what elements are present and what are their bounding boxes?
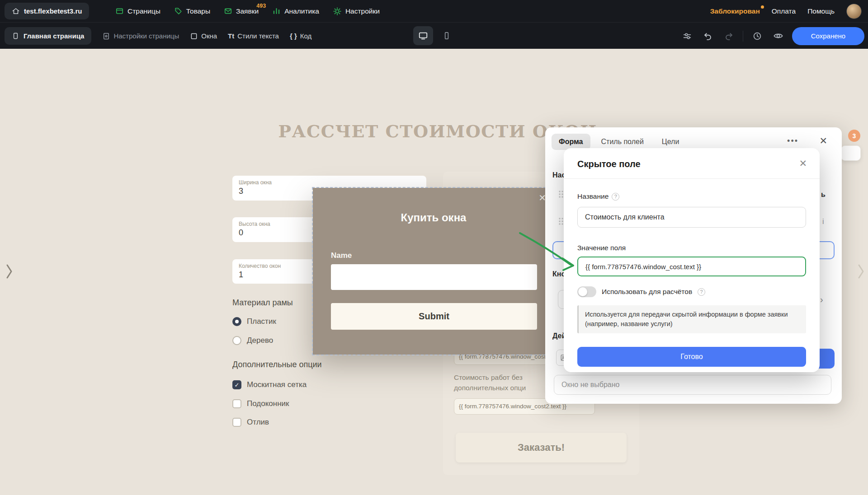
code-icon: { }	[290, 32, 297, 40]
dialog-title: Скрытое поле	[577, 159, 641, 169]
redo-icon	[724, 31, 734, 41]
panel-more-icon[interactable]: •••	[787, 136, 798, 146]
radio-on-icon	[232, 317, 241, 326]
help-icon[interactable]: ?	[612, 193, 619, 201]
blocked-status-link[interactable]: Заблокирован	[710, 7, 760, 15]
panel-close-icon[interactable]: ✕	[819, 135, 827, 146]
floating-widget-fragment	[841, 145, 861, 161]
blocked-label: Заблокирован	[710, 7, 760, 15]
home-icon	[12, 7, 20, 15]
notification-badge[interactable]: 3	[848, 130, 860, 142]
tab-form[interactable]: Форма	[552, 134, 590, 150]
payment-link[interactable]: Оплата	[772, 7, 796, 15]
panel-label-fragment-right-1: ь	[821, 191, 826, 199]
redo-button[interactable]	[722, 29, 736, 43]
popup-title: Купить окна	[313, 211, 554, 224]
nav-products-label: Товары	[186, 7, 210, 15]
chevron-right-icon[interactable]: ›	[820, 294, 823, 305]
toolbar-right: Сохранено	[680, 23, 864, 49]
nav-pages-label: Страницы	[127, 7, 160, 15]
settings-gear-icon	[333, 7, 342, 16]
code-button[interactable]: { } Код	[290, 32, 311, 40]
preview-button[interactable]	[771, 29, 785, 43]
radio-off-icon	[232, 336, 241, 345]
popup-name-label: Name	[331, 251, 352, 260]
current-page-button[interactable]: Главная страница	[5, 27, 91, 45]
device-switcher	[413, 26, 451, 45]
name-label-row: Название ?	[577, 192, 619, 201]
nav-analytics-label: Аналитика	[284, 7, 319, 15]
site-domain-button[interactable]: test.flexbetest3.ru	[5, 3, 89, 19]
nav-analytics[interactable]: Аналитика	[272, 7, 319, 15]
nav-settings[interactable]: Настройки	[333, 7, 380, 16]
radio-wood[interactable]: Дерево	[232, 334, 273, 347]
nav-pages[interactable]: Страницы	[115, 7, 160, 15]
radio-plastic-label: Пластик	[247, 317, 276, 326]
topbar: test.flexbetest3.ru Страницы Товары Заяв…	[0, 0, 868, 22]
help-icon[interactable]: ?	[698, 288, 705, 296]
desktop-view-button[interactable]	[413, 26, 433, 45]
hidden-field-dialog: Скрытое поле ✕ Название ? Значение поля …	[564, 148, 820, 372]
dialog-close-icon[interactable]: ✕	[799, 158, 807, 169]
nav-leads[interactable]: Заявки 493	[224, 7, 259, 15]
buy-popup[interactable]: ✕ Купить окна Name Submit	[313, 188, 554, 355]
checkbox-mosquito-net[interactable]: ✓ Москитная сетка	[232, 378, 307, 391]
toggle-knob	[578, 287, 587, 296]
material-section-label: Материал рамы	[232, 298, 293, 308]
extras-section-label: Дополнительные опции	[232, 360, 322, 369]
panel-label-fragment-right-2: i	[822, 218, 824, 226]
toolbar-left: Главная страница Настройки страницы Окна…	[5, 23, 311, 49]
windows-button[interactable]: Окна	[190, 32, 217, 40]
width-field-label: Ширина окна	[239, 179, 420, 186]
text-styles-label: Стили текста	[237, 32, 279, 40]
help-link[interactable]: Помощь	[807, 7, 835, 15]
hidden-field-name-input[interactable]	[577, 207, 806, 228]
page-settings-button[interactable]: Настройки страницы	[102, 32, 179, 40]
tab-field-styles[interactable]: Стиль полей	[594, 134, 651, 150]
desktop-icon	[418, 31, 428, 41]
eye-icon	[773, 31, 783, 41]
next-edge-chevron-icon[interactable]	[855, 263, 866, 280]
layout-settings-button[interactable]	[680, 29, 694, 43]
checkbox-checked-icon: ✓	[232, 380, 241, 389]
history-button[interactable]	[750, 29, 764, 43]
sliders-icon	[682, 31, 692, 41]
drag-handle-icon[interactable]	[558, 190, 564, 199]
saved-button[interactable]: Сохранено	[792, 27, 864, 45]
dialog-header: Скрытое поле ✕	[564, 148, 820, 179]
order-button[interactable]: Заказать!	[456, 433, 627, 462]
popup-submit-button[interactable]: Submit	[331, 303, 537, 330]
radio-plastic[interactable]: Пластик	[232, 315, 276, 328]
calc-toggle[interactable]	[577, 286, 596, 297]
pages-icon	[115, 7, 124, 15]
text-styles-button[interactable]: Tt Стили текста	[228, 32, 279, 40]
name-label: Название	[577, 192, 609, 201]
drag-handle-icon[interactable]	[558, 217, 564, 226]
nav-products[interactable]: Товары	[174, 7, 210, 15]
tab-goals[interactable]: Цели	[655, 134, 686, 150]
leads-icon	[224, 7, 232, 15]
prev-edge-chevron-icon[interactable]	[4, 263, 14, 280]
blocked-dot-icon	[761, 5, 764, 9]
page-settings-label: Настройки страницы	[113, 32, 179, 40]
hidden-field-value-input[interactable]	[577, 257, 806, 276]
products-icon	[174, 7, 183, 15]
checkbox-mosquito-label: Москитная сетка	[247, 380, 307, 389]
toolbar-divider	[743, 31, 743, 42]
leads-count-badge: 493	[256, 3, 266, 9]
popup-name-input[interactable]	[331, 264, 537, 290]
panel-tabs: Форма Стиль полей Цели	[552, 134, 686, 150]
site-domain-label: test.flexbetest3.ru	[24, 7, 82, 15]
text-styles-icon: Tt	[228, 32, 234, 40]
checkbox-windowsill-label: Подоконник	[247, 399, 289, 408]
checkbox-windowsill[interactable]: Подоконник	[232, 397, 289, 410]
mobile-icon[interactable]	[442, 31, 451, 40]
nav-settings-label: Настройки	[345, 7, 380, 15]
current-page-label: Главная страница	[24, 32, 84, 40]
value-label: Значение поля	[577, 244, 626, 252]
undo-button[interactable]	[701, 29, 715, 43]
checkbox-drip[interactable]: Отлив	[232, 416, 269, 429]
window-select-field[interactable]: Окно не выбрано	[554, 375, 831, 395]
done-button[interactable]: Готово	[577, 347, 806, 367]
user-avatar[interactable]	[846, 4, 862, 19]
